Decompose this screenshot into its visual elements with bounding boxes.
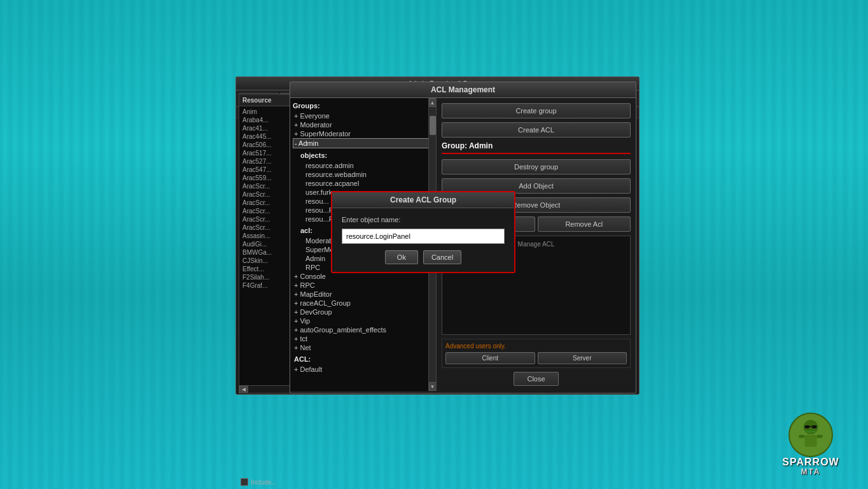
dialog-body: Enter object name: Ok Cancel [332, 208, 514, 272]
dialog-ok-button[interactable]: Ok [385, 250, 418, 264]
object-name-input[interactable] [342, 229, 505, 244]
create-acl-group-dialog: Create ACL Group Enter object name: Ok C… [331, 191, 515, 273]
dialog-label: Enter object name: [342, 216, 505, 223]
dialog-overlay: Create ACL Group Enter object name: Ok C… [0, 0, 868, 489]
dialog-cancel-button[interactable]: Cancel [423, 250, 461, 264]
dialog-buttons: Ok Cancel [342, 250, 505, 264]
dialog-title: Create ACL Group [332, 192, 514, 208]
